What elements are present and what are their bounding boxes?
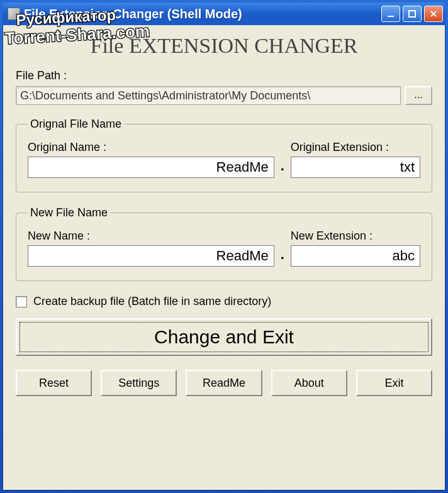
- minimize-icon: [387, 10, 395, 18]
- original-ext-col: Original Extension : txt: [291, 141, 420, 178]
- close-button[interactable]: [424, 6, 443, 22]
- new-name-input[interactable]: ReadMe: [28, 245, 274, 267]
- svg-rect-3: [409, 11, 415, 17]
- original-name-label: Original Name :: [28, 141, 274, 154]
- app-icon: [8, 8, 20, 20]
- original-ext-label: Original Extension :: [291, 141, 420, 154]
- change-and-exit-button[interactable]: Change and Exit: [16, 318, 432, 356]
- minimize-button[interactable]: [381, 6, 400, 22]
- exit-button[interactable]: Exit: [356, 370, 432, 396]
- readme-button[interactable]: ReadMe: [186, 370, 262, 396]
- client-area: File EXTENSION CHANGER File Path : G:\Do…: [3, 25, 445, 490]
- svg-rect-2: [388, 16, 394, 17]
- settings-button[interactable]: Settings: [101, 370, 177, 396]
- page-title: File EXTENSION CHANGER: [16, 34, 432, 58]
- new-file-group: New File Name New Name : ReadMe . New Ex…: [16, 206, 432, 281]
- window-title: File Extension Changer (Shell Mode): [24, 7, 381, 21]
- about-button[interactable]: About: [271, 370, 347, 396]
- window-controls: [381, 6, 443, 22]
- original-name-col: Original Name : ReadMe: [28, 141, 274, 178]
- original-file-group: Orignal File Name Original Name : ReadMe…: [16, 118, 432, 192]
- dot-separator: .: [281, 158, 284, 178]
- backup-row[interactable]: Create backup file (Batch file in same d…: [16, 295, 432, 308]
- maximize-icon: [408, 10, 416, 18]
- new-ext-label: New Extension :: [291, 230, 420, 243]
- new-group-legend: New File Name: [28, 206, 110, 219]
- original-ext-input[interactable]: txt: [291, 157, 420, 178]
- new-name-label: New Name :: [28, 230, 274, 243]
- new-ext-col: New Extension : abc: [291, 230, 420, 267]
- new-ext-input[interactable]: abc: [291, 245, 420, 267]
- reset-button[interactable]: Reset: [16, 370, 92, 396]
- backup-checkbox[interactable]: [16, 296, 27, 307]
- file-path-row: G:\Documents and Settings\Administrator\…: [16, 86, 432, 105]
- application-window: Русификатор Torrent-Shara.com File Exten…: [0, 0, 448, 493]
- close-icon: [430, 10, 437, 18]
- maximize-button[interactable]: [403, 6, 422, 22]
- backup-label: Create backup file (Batch file in same d…: [33, 295, 271, 308]
- main-button-label: Change and Exit: [154, 326, 294, 348]
- original-name-input[interactable]: ReadMe: [28, 157, 274, 178]
- bottom-button-row: Reset Settings ReadMe About Exit: [16, 370, 432, 396]
- dot-separator: .: [281, 246, 284, 267]
- focus-ring: Change and Exit: [20, 322, 428, 352]
- new-pair-row: New Name : ReadMe . New Extension : abc: [28, 230, 420, 267]
- original-pair-row: Original Name : ReadMe . Original Extens…: [28, 141, 420, 178]
- file-path-label: File Path :: [16, 69, 432, 82]
- browse-button[interactable]: ...: [405, 86, 432, 105]
- file-path-input[interactable]: G:\Documents and Settings\Administrator\…: [16, 86, 401, 105]
- new-name-col: New Name : ReadMe: [28, 230, 274, 267]
- titlebar[interactable]: File Extension Changer (Shell Mode): [3, 3, 445, 25]
- original-group-legend: Orignal File Name: [28, 118, 124, 131]
